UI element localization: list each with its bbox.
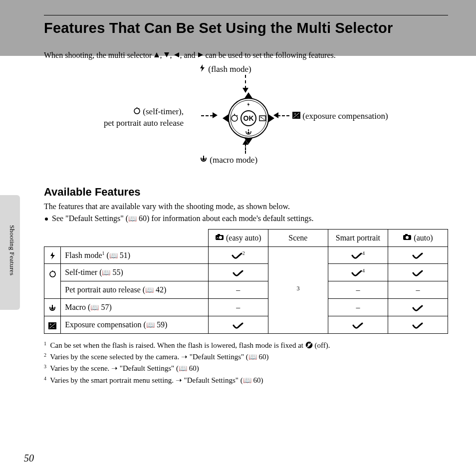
macro-icon xyxy=(200,155,208,163)
svg-marker-5 xyxy=(244,92,252,98)
exposure-comp-icon: +− xyxy=(292,112,300,119)
left-triangle-icon xyxy=(174,52,180,58)
self-timer-icon xyxy=(133,107,141,114)
arrow-dash-up xyxy=(245,75,246,89)
arrowhead-left xyxy=(213,112,218,118)
section-title: Available Features xyxy=(44,185,448,200)
up-triangle-icon xyxy=(154,52,160,58)
right-triangle-icon xyxy=(198,52,204,58)
svg-line-24 xyxy=(139,108,140,109)
multi-selector-diagram: (flash mode) + OK xyxy=(44,64,433,169)
scene-note: 3 xyxy=(268,246,328,333)
footnotes: 1 Can be set when the flash is raised. W… xyxy=(44,340,448,386)
col-easy-auto: (easy auto) xyxy=(208,229,268,246)
intro-paragraph: When shooting, the multi selector , , , … xyxy=(44,50,448,61)
flash-mode-label: (flash mode) xyxy=(199,64,251,75)
auto-cam-icon xyxy=(403,234,412,240)
table-row: Self-timer (📖 55) 4 xyxy=(44,264,448,281)
arrowhead-down xyxy=(242,140,248,145)
svg-marker-2 xyxy=(174,52,179,57)
col-scene: Scene xyxy=(268,229,328,246)
easy-auto-cam-icon xyxy=(215,234,224,240)
side-tab-label: Shooting Features xyxy=(7,225,16,275)
page-number: 50 xyxy=(24,452,34,465)
svg-text:+: + xyxy=(49,322,52,327)
table-row: Pet portrait auto release (📖 42) – – – xyxy=(44,281,448,299)
self-timer-icon xyxy=(49,270,56,277)
svg-text:−: − xyxy=(297,115,299,119)
macro-mode-label: (macro mode) xyxy=(200,155,257,166)
exposure-comp-icon: +− xyxy=(48,322,56,329)
svg-marker-7 xyxy=(223,114,229,122)
svg-text:−: − xyxy=(52,325,55,329)
svg-rect-30 xyxy=(405,234,408,236)
col-smart-portrait: Smart portrait xyxy=(328,229,388,246)
svg-marker-1 xyxy=(164,52,169,57)
svg-rect-27 xyxy=(218,234,220,236)
exposure-comp-label: +− (exposure compensation) xyxy=(292,111,388,122)
selector-dial: + OK xyxy=(223,92,268,138)
table-row: Flash mode1 (📖 51) 2 3 4 xyxy=(44,246,448,264)
arrow-dash-right xyxy=(277,115,289,116)
section-para: The features that are available vary wit… xyxy=(44,201,448,212)
svg-point-28 xyxy=(219,236,222,239)
svg-point-31 xyxy=(406,236,409,239)
arrow-dash-down xyxy=(245,144,246,154)
table-row: Macro (📖 57) – – xyxy=(44,299,448,316)
svg-marker-32 xyxy=(50,252,55,259)
svg-point-13 xyxy=(247,132,249,134)
features-table: (easy auto) Scene Smart portrait (auto) … xyxy=(44,229,448,334)
flash-icon xyxy=(49,252,56,259)
top-rule xyxy=(44,15,448,15)
table-row: +− Exposure compensation (📖 59) xyxy=(44,316,448,334)
col-auto: (auto) xyxy=(388,229,448,246)
ok-label: OK xyxy=(243,114,254,122)
svg-marker-0 xyxy=(154,52,159,57)
arrow-dash-left xyxy=(201,115,213,116)
svg-point-25 xyxy=(203,158,205,160)
side-tab: Shooting Features xyxy=(0,195,20,310)
svg-line-35 xyxy=(54,271,55,272)
svg-point-36 xyxy=(51,307,54,310)
macro-icon xyxy=(48,304,56,312)
self-timer-label: (self-timer), pet portrait auto release xyxy=(104,106,184,129)
down-triangle-icon xyxy=(164,52,170,58)
section-bullet: See "Default Settings" (📖 60) for inform… xyxy=(45,213,448,224)
flash-icon xyxy=(199,64,206,72)
arrowhead-right xyxy=(273,112,278,118)
flash-off-icon xyxy=(305,341,313,349)
svg-marker-12 xyxy=(247,102,250,106)
svg-marker-3 xyxy=(198,52,203,57)
page-title: Features That Can Be Set Using the Multi… xyxy=(44,18,448,38)
svg-marker-4 xyxy=(200,64,205,72)
